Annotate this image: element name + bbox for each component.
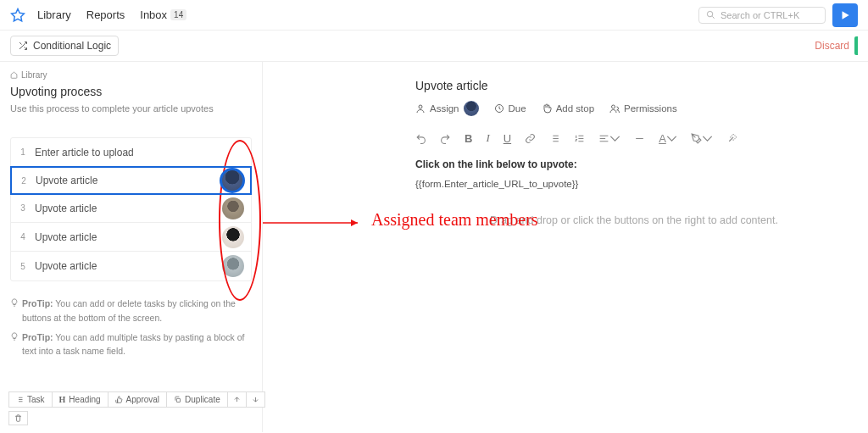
task-number: 3 [18,203,28,213]
content-template-var: {{form.Enter_article_URL_to_upvote}} [415,179,853,189]
assignee-avatar[interactable] [222,226,244,248]
bold-button[interactable]: B [465,132,472,145]
highlight-button[interactable] [691,133,713,144]
task-row[interactable]: 3Upvote article [11,194,251,223]
content-heading: Click on the link below to upvote: [415,158,853,170]
ol-icon [574,133,585,144]
link-icon [525,133,536,144]
chevron-down-icon [702,133,713,144]
arrow-down-icon [252,396,259,403]
task-name: Upvote article [35,260,219,272]
arrow-up-icon [233,396,241,403]
due-button[interactable]: Due [494,103,526,114]
editor-placeholder-hint: Drag and drop or click the buttons on th… [415,214,853,226]
italic-button[interactable]: I [486,131,489,145]
editor-content[interactable]: Click on the link below to upvote: {{for… [415,158,853,189]
conditional-logic-label: Conditional Logic [33,40,111,52]
nav-reports[interactable]: Reports [86,8,125,21]
svg-point-0 [707,11,712,16]
discard-button[interactable]: Discard [815,40,849,52]
add-heading-button[interactable]: H Heading [53,391,108,408]
save-indicator [854,36,858,55]
add-stop-button[interactable]: Add stop [542,103,594,114]
task-row[interactable]: 5Upvote article [11,252,251,280]
ul-icon [549,133,560,144]
task-list: 1Enter article to upload2Upvote article3… [10,137,252,281]
bulb-icon [10,298,19,307]
user-icon [415,103,426,114]
add-task-button[interactable]: Task [8,391,53,408]
task-number: 1 [18,147,28,157]
users-icon [609,103,620,114]
inbox-count-badge: 14 [170,9,186,20]
play-icon [839,9,851,21]
redo-icon [440,133,451,144]
nav-inbox-label: Inbox [140,8,167,21]
task-row[interactable]: 4Upvote article [11,223,251,252]
protip-2: ProTip: You can add multiple tasks by pa… [10,330,252,359]
detail-task-title: Upvote article [415,79,853,92]
heading-h-icon: H [59,395,66,404]
permissions-button[interactable]: Permissions [609,103,677,114]
task-number: 4 [18,232,28,241]
ul-button[interactable] [549,133,560,144]
svg-point-2 [419,105,422,108]
assignee-avatar[interactable] [222,255,244,277]
add-approval-button[interactable]: Approval [108,391,167,408]
hr-button[interactable] [634,133,645,144]
redo-button[interactable] [440,133,451,144]
clock-icon [494,103,504,114]
search-input[interactable]: Search or CTRL+K [698,7,826,24]
task-name: Upvote article [35,203,219,214]
process-subtitle: Use this process to complete your articl… [10,103,252,114]
align-button[interactable] [598,133,620,144]
assignee-avatar[interactable] [222,197,244,219]
svg-rect-1 [176,398,180,402]
task-name: Upvote article [36,175,218,186]
search-placeholder: Search or CTRL+K [721,10,799,20]
task-number: 5 [18,262,28,271]
bulb-icon [10,332,19,341]
protip-1: ProTip: You can add or delete tasks by c… [10,297,252,325]
undo-button[interactable] [415,133,426,144]
task-name: Upvote article [35,231,219,243]
thumb-up-icon [115,396,123,403]
shuffle-icon [18,41,28,51]
brush-icon [691,133,702,144]
wand-icon [726,133,737,144]
list-icon [16,396,24,403]
assignee-avatar[interactable] [221,169,243,192]
chevron-down-icon [609,133,620,144]
home-icon [10,71,18,79]
text-color-button[interactable]: A [659,132,677,145]
trash-icon [14,414,22,422]
assign-button[interactable]: Assign [415,101,479,116]
align-icon [598,133,609,144]
copy-icon [174,396,181,403]
ol-button[interactable] [574,133,585,144]
chevron-down-icon [666,133,677,144]
run-button[interactable] [832,3,858,27]
conditional-logic-button[interactable]: Conditional Logic [10,36,119,56]
task-number: 2 [19,176,29,186]
undo-icon [415,133,426,144]
task-row[interactable]: 1Enter article to upload [11,138,251,167]
app-logo-icon[interactable] [10,8,25,23]
search-icon [706,10,715,19]
minus-icon [634,133,645,144]
underline-button[interactable]: U [504,132,511,145]
svg-point-4 [612,105,615,108]
process-title: Upvoting process [10,85,252,98]
breadcrumb-root: Library [21,70,47,80]
duplicate-button[interactable]: Duplicate [167,391,228,408]
link-button[interactable] [525,133,536,144]
assigned-avatar [464,101,479,116]
delete-task-button[interactable] [8,411,28,425]
task-name: Enter article to upload [35,147,244,158]
task-row[interactable]: 2Upvote article [10,166,252,195]
clear-format-button[interactable] [726,133,737,144]
move-up-button[interactable] [228,391,247,408]
breadcrumb[interactable]: Library [10,70,252,80]
nav-inbox[interactable]: Inbox 14 [140,8,186,21]
nav-library[interactable]: Library [37,8,71,21]
